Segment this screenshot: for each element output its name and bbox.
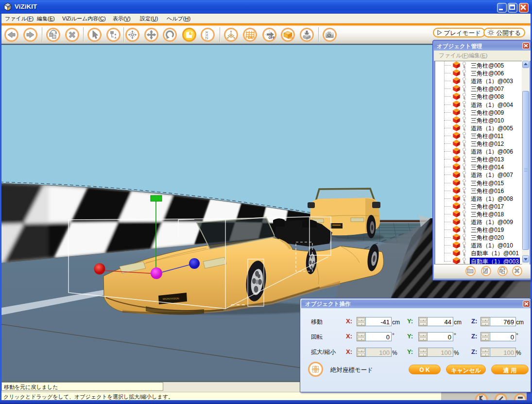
- svg-text:Z:: Z:: [205, 37, 208, 40]
- svg-text:OFF: OFF: [268, 36, 275, 39]
- svg-text:ON: ON: [248, 35, 253, 39]
- svg-text:MICROVISION: MICROVISION: [163, 297, 179, 300]
- svg-text:ON: ON: [288, 35, 293, 39]
